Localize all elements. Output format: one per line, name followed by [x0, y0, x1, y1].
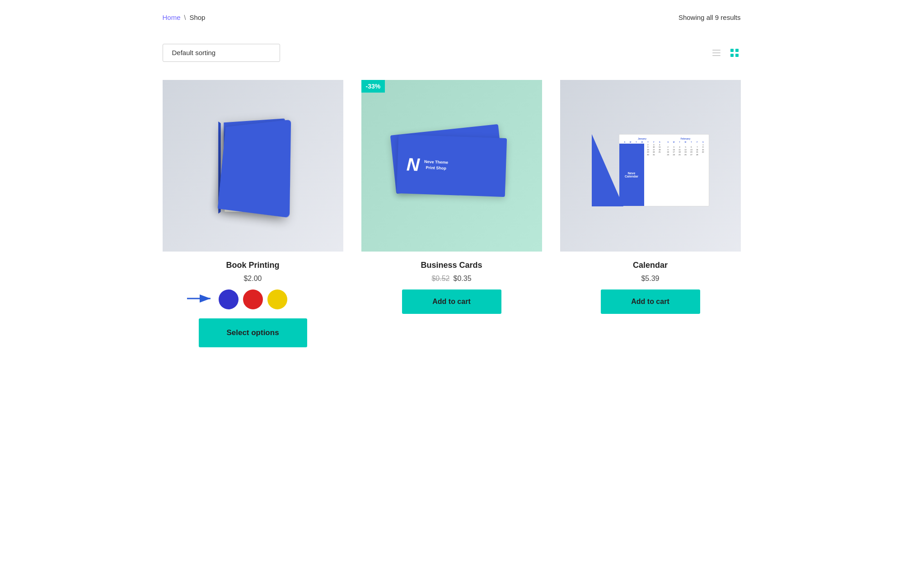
arrow-indicator [187, 292, 214, 307]
price-original-business-cards: $0.52 [431, 275, 449, 283]
sort-select[interactable]: Default sorting Sort by popularity Sort … [172, 49, 271, 56]
price-sale-business-cards: $0.35 [454, 275, 472, 283]
swatch-yellow[interactable] [267, 289, 287, 309]
toolbar: Default sorting Sort by popularity Sort … [163, 44, 741, 62]
breadcrumb-bar: Home \ Shop Showing all 9 results [163, 14, 741, 21]
product-card-business-cards: -33% N Neve ThemePrint ShopNeve N Neve T… [361, 80, 542, 347]
svg-rect-2 [712, 55, 721, 56]
add-to-cart-button-business-cards[interactable]: Add to cart [402, 289, 501, 314]
swatch-blue[interactable] [219, 289, 239, 309]
grid-view-icon[interactable] [728, 47, 741, 59]
svg-rect-6 [735, 54, 739, 57]
breadcrumb-home-link[interactable]: Home [163, 14, 181, 21]
swatch-red[interactable] [243, 289, 263, 309]
products-grid: N NevePrint ShopTheme Book Printing $2.0… [163, 80, 741, 347]
bcard-text-2: Neve ThemePrint Shop [424, 159, 448, 172]
book-logo: N [248, 147, 257, 161]
product-name-calendar: Calendar [633, 261, 668, 270]
product-image-business-cards[interactable]: -33% N Neve ThemePrint ShopNeve N Neve T… [361, 80, 542, 252]
view-icons [710, 47, 741, 59]
product-name-book-printing: Book Printing [226, 261, 280, 270]
product-price-book-printing: $2.00 [243, 275, 262, 283]
results-count: Showing all 9 results [678, 14, 741, 21]
svg-rect-0 [712, 50, 721, 51]
product-price-calendar: $5.39 [641, 275, 659, 283]
svg-rect-4 [735, 49, 739, 52]
svg-rect-3 [730, 49, 734, 52]
color-swatches-book-printing [219, 289, 287, 309]
product-image-calendar[interactable]: January SMTWTFS 1234 567891011 121314151… [560, 80, 741, 252]
bcard-logo-2: N [406, 155, 420, 174]
svg-rect-1 [712, 52, 721, 53]
list-view-icon[interactable] [710, 47, 723, 59]
product-card-book-printing: N NevePrint ShopTheme Book Printing $2.0… [163, 80, 343, 347]
breadcrumb: Home \ Shop [163, 14, 206, 21]
book-title-text: NevePrint ShopTheme [241, 164, 265, 185]
product-card-calendar: January SMTWTFS 1234 567891011 121314151… [560, 80, 741, 347]
discount-badge-business-cards: -33% [361, 80, 385, 93]
select-options-button-book-printing[interactable]: Select options [199, 318, 307, 347]
sort-select-wrapper[interactable]: Default sorting Sort by popularity Sort … [163, 44, 280, 62]
svg-rect-5 [730, 54, 734, 57]
add-to-cart-button-calendar[interactable]: Add to cart [601, 289, 700, 314]
breadcrumb-separator: \ [184, 14, 186, 21]
product-price-business-cards: $0.52 $0.35 [431, 275, 471, 283]
price-calendar: $5.39 [641, 275, 659, 283]
breadcrumb-current: Shop [189, 14, 205, 21]
product-name-business-cards: Business Cards [421, 261, 482, 270]
product-image-book-printing[interactable]: N NevePrint ShopTheme [163, 80, 343, 252]
price-book-printing: $2.00 [243, 275, 262, 283]
